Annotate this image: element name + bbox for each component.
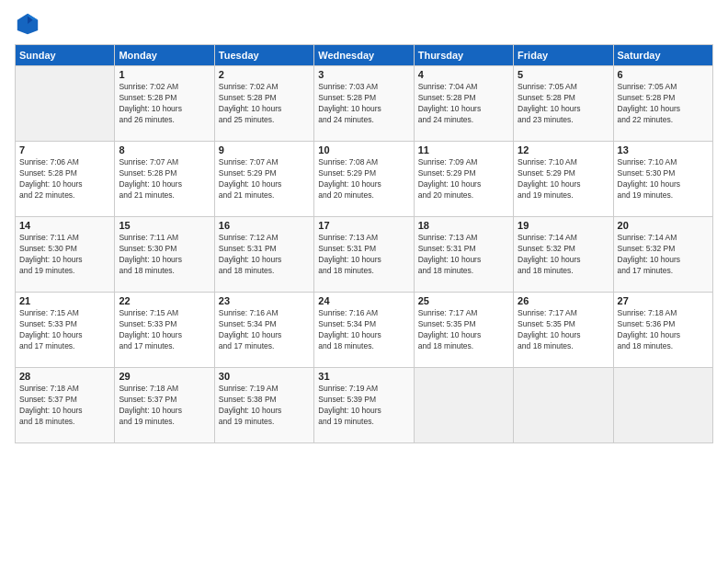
day-info: Sunrise: 7:14 AM Sunset: 5:32 PM Dayligh… (618, 233, 709, 277)
calendar-cell: 2Sunrise: 7:02 AM Sunset: 5:28 PM Daylig… (214, 66, 313, 142)
calendar-cell: 17Sunrise: 7:13 AM Sunset: 5:31 PM Dayli… (314, 217, 414, 293)
header-cell-monday: Monday (115, 45, 214, 66)
day-info: Sunrise: 7:05 AM Sunset: 5:28 PM Dayligh… (618, 82, 709, 126)
calendar-cell (613, 368, 712, 443)
day-info: Sunrise: 7:07 AM Sunset: 5:29 PM Dayligh… (219, 157, 310, 201)
day-info: Sunrise: 7:14 AM Sunset: 5:32 PM Dayligh… (518, 233, 609, 277)
day-info: Sunrise: 7:17 AM Sunset: 5:35 PM Dayligh… (518, 308, 609, 352)
day-info: Sunrise: 7:16 AM Sunset: 5:34 PM Dayligh… (318, 308, 409, 352)
calendar-table: SundayMondayTuesdayWednesdayThursdayFrid… (15, 44, 713, 443)
week-row-4: 21Sunrise: 7:15 AM Sunset: 5:33 PM Dayli… (16, 293, 713, 368)
day-info: Sunrise: 7:08 AM Sunset: 5:29 PM Dayligh… (318, 157, 409, 201)
logo-icon (15, 11, 40, 37)
day-number: 21 (19, 295, 110, 306)
calendar-cell: 15Sunrise: 7:11 AM Sunset: 5:30 PM Dayli… (115, 217, 214, 293)
day-number: 10 (318, 144, 409, 155)
day-number: 24 (318, 295, 409, 306)
calendar-cell: 28Sunrise: 7:18 AM Sunset: 5:37 PM Dayli… (16, 368, 115, 443)
calendar-cell: 19Sunrise: 7:14 AM Sunset: 5:32 PM Dayli… (514, 217, 613, 293)
day-number: 6 (618, 69, 709, 80)
calendar-cell: 5Sunrise: 7:05 AM Sunset: 5:28 PM Daylig… (514, 66, 613, 142)
week-row-2: 7Sunrise: 7:06 AM Sunset: 5:28 PM Daylig… (16, 142, 713, 217)
day-info: Sunrise: 7:17 AM Sunset: 5:35 PM Dayligh… (418, 308, 509, 352)
day-info: Sunrise: 7:15 AM Sunset: 5:33 PM Dayligh… (119, 308, 210, 352)
day-number: 23 (219, 295, 310, 306)
week-row-5: 28Sunrise: 7:18 AM Sunset: 5:37 PM Dayli… (16, 368, 713, 443)
day-number: 27 (618, 295, 709, 306)
day-info: Sunrise: 7:02 AM Sunset: 5:28 PM Dayligh… (119, 82, 210, 126)
day-number: 9 (219, 144, 310, 155)
day-number: 4 (418, 69, 509, 80)
day-number: 17 (318, 220, 409, 231)
header-cell-wednesday: Wednesday (314, 45, 414, 66)
day-number: 25 (418, 295, 509, 306)
calendar-cell (414, 368, 513, 443)
day-info: Sunrise: 7:12 AM Sunset: 5:31 PM Dayligh… (219, 233, 310, 277)
day-number: 29 (119, 371, 210, 382)
calendar-cell: 22Sunrise: 7:15 AM Sunset: 5:33 PM Dayli… (115, 293, 214, 368)
day-info: Sunrise: 7:18 AM Sunset: 5:37 PM Dayligh… (19, 384, 110, 428)
calendar-cell: 1Sunrise: 7:02 AM Sunset: 5:28 PM Daylig… (115, 66, 214, 142)
calendar-cell (16, 66, 115, 142)
calendar-cell: 3Sunrise: 7:03 AM Sunset: 5:28 PM Daylig… (314, 66, 414, 142)
day-number: 16 (219, 220, 310, 231)
day-info: Sunrise: 7:11 AM Sunset: 5:30 PM Dayligh… (19, 233, 110, 277)
calendar-cell: 4Sunrise: 7:04 AM Sunset: 5:28 PM Daylig… (414, 66, 513, 142)
header-row: SundayMondayTuesdayWednesdayThursdayFrid… (16, 45, 713, 66)
header-cell-sunday: Sunday (16, 45, 115, 66)
day-info: Sunrise: 7:13 AM Sunset: 5:31 PM Dayligh… (318, 233, 409, 277)
day-info: Sunrise: 7:09 AM Sunset: 5:29 PM Dayligh… (418, 157, 509, 201)
day-info: Sunrise: 7:19 AM Sunset: 5:38 PM Dayligh… (219, 384, 310, 428)
calendar-cell: 30Sunrise: 7:19 AM Sunset: 5:38 PM Dayli… (214, 368, 313, 443)
day-number: 5 (518, 69, 609, 80)
day-number: 26 (518, 295, 609, 306)
calendar-cell: 25Sunrise: 7:17 AM Sunset: 5:35 PM Dayli… (414, 293, 513, 368)
calendar-cell: 12Sunrise: 7:10 AM Sunset: 5:29 PM Dayli… (514, 142, 613, 217)
header-cell-friday: Friday (514, 45, 613, 66)
day-info: Sunrise: 7:07 AM Sunset: 5:28 PM Dayligh… (119, 157, 210, 201)
logo (15, 11, 44, 37)
calendar-cell: 27Sunrise: 7:18 AM Sunset: 5:36 PM Dayli… (613, 293, 712, 368)
day-number: 19 (518, 220, 609, 231)
calendar-cell: 24Sunrise: 7:16 AM Sunset: 5:34 PM Dayli… (314, 293, 414, 368)
calendar-cell: 11Sunrise: 7:09 AM Sunset: 5:29 PM Dayli… (414, 142, 513, 217)
day-info: Sunrise: 7:06 AM Sunset: 5:28 PM Dayligh… (19, 157, 110, 201)
day-info: Sunrise: 7:19 AM Sunset: 5:39 PM Dayligh… (318, 384, 409, 428)
day-info: Sunrise: 7:11 AM Sunset: 5:30 PM Dayligh… (119, 233, 210, 277)
day-number: 22 (119, 295, 210, 306)
header-cell-saturday: Saturday (613, 45, 712, 66)
calendar-cell: 20Sunrise: 7:14 AM Sunset: 5:32 PM Dayli… (613, 217, 712, 293)
calendar-cell: 9Sunrise: 7:07 AM Sunset: 5:29 PM Daylig… (214, 142, 313, 217)
calendar-cell: 18Sunrise: 7:13 AM Sunset: 5:31 PM Dayli… (414, 217, 513, 293)
day-number: 12 (518, 144, 609, 155)
header-cell-tuesday: Tuesday (214, 45, 313, 66)
calendar-cell: 13Sunrise: 7:10 AM Sunset: 5:30 PM Dayli… (613, 142, 712, 217)
calendar-cell: 10Sunrise: 7:08 AM Sunset: 5:29 PM Dayli… (314, 142, 414, 217)
day-info: Sunrise: 7:15 AM Sunset: 5:33 PM Dayligh… (19, 308, 110, 352)
day-number: 8 (119, 144, 210, 155)
calendar-cell: 16Sunrise: 7:12 AM Sunset: 5:31 PM Dayli… (214, 217, 313, 293)
day-number: 11 (418, 144, 509, 155)
day-info: Sunrise: 7:04 AM Sunset: 5:28 PM Dayligh… (418, 82, 509, 126)
calendar-cell: 26Sunrise: 7:17 AM Sunset: 5:35 PM Dayli… (514, 293, 613, 368)
week-row-1: 1Sunrise: 7:02 AM Sunset: 5:28 PM Daylig… (16, 66, 713, 142)
day-info: Sunrise: 7:13 AM Sunset: 5:31 PM Dayligh… (418, 233, 509, 277)
day-info: Sunrise: 7:18 AM Sunset: 5:36 PM Dayligh… (618, 308, 709, 352)
day-number: 3 (318, 69, 409, 80)
day-info: Sunrise: 7:03 AM Sunset: 5:28 PM Dayligh… (318, 82, 409, 126)
day-info: Sunrise: 7:16 AM Sunset: 5:34 PM Dayligh… (219, 308, 310, 352)
day-number: 1 (119, 69, 210, 80)
day-info: Sunrise: 7:18 AM Sunset: 5:37 PM Dayligh… (119, 384, 210, 428)
calendar-cell: 8Sunrise: 7:07 AM Sunset: 5:28 PM Daylig… (115, 142, 214, 217)
main-container: SundayMondayTuesdayWednesdayThursdayFrid… (0, 0, 728, 563)
calendar-cell: 14Sunrise: 7:11 AM Sunset: 5:30 PM Dayli… (16, 217, 115, 293)
calendar-cell: 23Sunrise: 7:16 AM Sunset: 5:34 PM Dayli… (214, 293, 313, 368)
header (15, 11, 713, 37)
day-number: 13 (618, 144, 709, 155)
day-info: Sunrise: 7:05 AM Sunset: 5:28 PM Dayligh… (518, 82, 609, 126)
header-cell-thursday: Thursday (414, 45, 513, 66)
calendar-cell: 7Sunrise: 7:06 AM Sunset: 5:28 PM Daylig… (16, 142, 115, 217)
day-number: 28 (19, 371, 110, 382)
calendar-cell (514, 368, 613, 443)
day-number: 15 (119, 220, 210, 231)
